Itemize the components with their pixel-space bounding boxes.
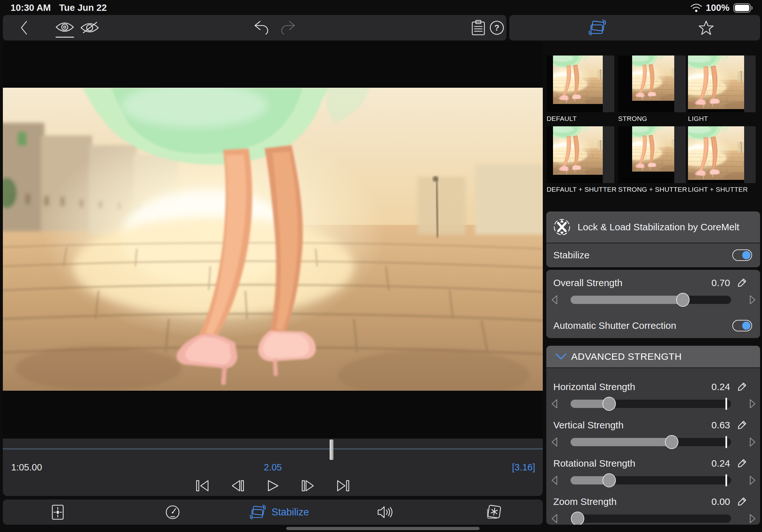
coremelt-logo [553, 218, 571, 236]
preset-light-shutter[interactable]: LIGHT + SHUTTER [688, 126, 756, 193]
param-value: 0.00 [712, 496, 730, 507]
clipboard-icon [471, 20, 485, 36]
status-date: Tue Jun 22 [59, 3, 107, 13]
battery-percent: 100% [706, 3, 729, 13]
advanced-strength-title: ADVANCED STRENGTH [571, 351, 682, 362]
play-button[interactable] [266, 479, 280, 492]
step-forward-button[interactable] [301, 479, 315, 492]
slider-thumb[interactable] [676, 293, 690, 307]
home-indicator[interactable] [286, 527, 480, 530]
status-time: 10:30 AM [11, 3, 51, 13]
shutter-toggle[interactable] [732, 320, 752, 331]
undo-icon [253, 21, 268, 35]
redo-button[interactable] [278, 15, 300, 40]
step-back-button[interactable] [230, 479, 245, 492]
advanced-strength-header[interactable]: ADVANCED STRENGTH [546, 346, 760, 367]
param-overall-strength: Overall Strength 0.70 [546, 278, 760, 308]
tool-stabilize[interactable]: Stabilize [249, 499, 309, 525]
skip-to-start-button[interactable] [195, 479, 210, 492]
preset-default[interactable]: DEFAULT [547, 55, 614, 122]
slider-thumb[interactable] [602, 473, 616, 487]
preset-light[interactable]: LIGHT [688, 55, 756, 122]
increment-icon[interactable] [749, 399, 756, 409]
tool-audio[interactable] [377, 499, 393, 525]
current-time-label: 2.05 [3, 462, 543, 473]
shutter-label: Automatic Shutter Correction [553, 320, 676, 331]
slider-track[interactable] [571, 476, 731, 485]
decrement-icon[interactable] [551, 437, 558, 447]
show-effect-button[interactable] [54, 15, 76, 40]
decrement-icon[interactable] [551, 399, 558, 409]
eye-icon [55, 21, 74, 34]
stabilize-frames-icon [249, 504, 267, 520]
preset-thumbnail [688, 55, 756, 112]
param-value: 0.63 [712, 420, 730, 431]
stabilize-label: Stabilize [553, 250, 589, 261]
preset-thumbnail [547, 55, 614, 112]
speed-gauge-icon [165, 504, 180, 520]
advanced-strength-card: ADVANCED STRENGTH Horizontal Strength 0.… [546, 346, 760, 525]
edit-value-icon[interactable] [737, 278, 747, 288]
increment-icon[interactable] [749, 476, 756, 485]
preset-label: STRONG + SHUTTER [618, 186, 686, 193]
param-label: Vertical Strength [553, 420, 624, 431]
slider-track[interactable] [571, 296, 731, 304]
plugin-header-card: Lock & Load Stabilization by CoreMelt St… [546, 212, 760, 267]
playhead[interactable] [330, 439, 334, 460]
preset-thumbnail [547, 126, 614, 183]
param-label: Overall Strength [553, 278, 623, 288]
undo-button[interactable] [250, 15, 271, 40]
slider-track[interactable] [571, 438, 731, 446]
slider-thumb[interactable] [602, 397, 616, 411]
slider-thumb[interactable] [571, 511, 584, 525]
edit-value-icon[interactable] [737, 420, 747, 430]
decrement-icon[interactable] [551, 295, 558, 304]
out-point-label: [3.16] [512, 462, 535, 473]
param-label: Horizontal Strength [553, 381, 635, 392]
help-button[interactable]: ? [486, 15, 508, 40]
tool-effects[interactable] [485, 499, 502, 525]
preset-strong[interactable]: STRONG [618, 55, 686, 122]
param-rotational-strength: Rotational Strength 0.24 [546, 458, 760, 489]
favorite-button[interactable] [695, 15, 717, 40]
video-frame [3, 88, 543, 391]
eye-off-icon [80, 21, 99, 35]
edit-value-icon[interactable] [737, 496, 747, 506]
transport-controls [3, 479, 543, 492]
chevron-down-icon [555, 353, 567, 361]
plugin-title: Lock & Load Stabilization by CoreMelt [577, 222, 739, 233]
scrubber-track[interactable] [3, 448, 543, 449]
tool-selector-bar: Stabilize [3, 499, 543, 525]
tool-speed[interactable] [165, 499, 180, 525]
slider-track[interactable] [571, 400, 731, 408]
tool-stabilize-label: Stabilize [271, 506, 309, 518]
preset-thumbnail [618, 126, 686, 183]
back-chevron-icon [20, 21, 28, 35]
decrement-icon[interactable] [551, 514, 558, 523]
increment-icon[interactable] [749, 437, 756, 447]
stabilize-frames-icon [588, 20, 607, 36]
param-label: Rotational Strength [553, 458, 635, 469]
edit-value-icon[interactable] [737, 381, 747, 392]
slider-thumb[interactable] [665, 435, 678, 449]
stabilize-toggle[interactable] [732, 249, 752, 261]
question-circle-icon: ? [490, 21, 504, 35]
effects-icon [485, 504, 502, 520]
preset-strong-shutter[interactable]: STRONG + SHUTTER [618, 126, 686, 193]
preset-label: LIGHT [688, 115, 756, 122]
hide-effect-button[interactable] [79, 15, 101, 40]
back-button[interactable] [16, 15, 32, 40]
param-label: Zoom Strength [553, 496, 617, 507]
slider-track[interactable] [571, 514, 731, 523]
increment-icon[interactable] [749, 295, 756, 304]
edit-value-icon[interactable] [737, 458, 747, 468]
svg-text:?: ? [494, 23, 499, 33]
param-horizontal-strength: Horizontal Strength 0.24 [546, 381, 760, 412]
increment-icon[interactable] [749, 514, 756, 523]
stabilizer-presets-tab[interactable] [586, 15, 608, 40]
preset-label: STRONG [618, 115, 686, 122]
preset-default-shutter[interactable]: DEFAULT + SHUTTER [547, 126, 614, 193]
tool-frame-position[interactable] [51, 499, 64, 525]
decrement-icon[interactable] [551, 476, 558, 485]
skip-to-end-button[interactable] [336, 479, 350, 492]
